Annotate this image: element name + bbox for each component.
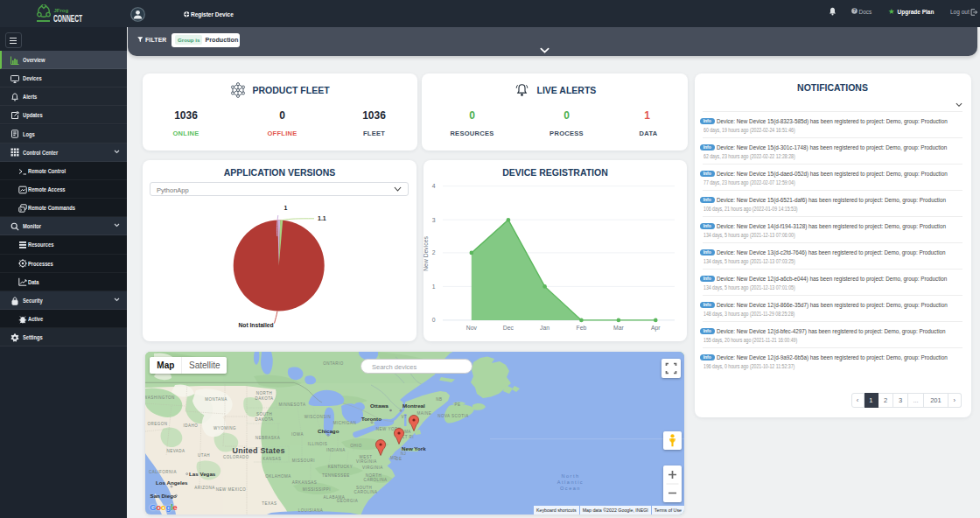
svg-text:Ottawa: Ottawa: [370, 402, 388, 409]
svg-text:Atlantic: Atlantic: [557, 480, 584, 485]
svg-text:CAROLINA: CAROLINA: [354, 490, 377, 494]
svg-text:Nov: Nov: [466, 325, 478, 331]
svg-text:MA: MA: [404, 430, 411, 434]
svg-text:4: 4: [432, 183, 436, 189]
svg-text:NOVA SCOTIA: NOVA SCOTIA: [438, 414, 469, 418]
svg-text:KANSAS: KANSAS: [262, 457, 281, 461]
svg-text:TENNESSEE: TENNESSEE: [322, 473, 350, 478]
svg-text:MONTANA: MONTANA: [205, 397, 228, 402]
svg-text:Los Angeles: Los Angeles: [156, 480, 188, 486]
svg-text:DAKOTA: DAKOTA: [255, 417, 273, 422]
svg-text:WISCONSIN: WISCONSIN: [304, 415, 332, 419]
svg-text:NJ: NJ: [401, 452, 407, 456]
svg-text:ARKANSAS: ARKANSAS: [292, 480, 318, 485]
svg-text:San Diego: San Diego: [150, 493, 177, 499]
svg-text:OREGON: OREGON: [147, 422, 167, 426]
svg-text:OKLAHOMA: OKLAHOMA: [265, 474, 291, 479]
svg-text:3: 3: [432, 217, 436, 223]
svg-text:WASHINGTON: WASHINGTON: [145, 396, 175, 400]
svg-text:DE: DE: [396, 457, 402, 461]
svg-text:NORTH: NORTH: [256, 391, 272, 396]
svg-text:NEVADA: NEVADA: [166, 449, 185, 453]
svg-text:UTAH: UTAH: [198, 453, 210, 458]
svg-text:New York: New York: [402, 445, 426, 452]
svg-text:NB: NB: [436, 397, 442, 402]
svg-text:Toronto: Toronto: [361, 416, 382, 422]
svg-text:INDIANA: INDIANA: [326, 448, 346, 452]
svg-text:GEORGIA: GEORGIA: [337, 499, 359, 503]
svg-text:MISSISSIPPI: MISSISSIPPI: [303, 487, 331, 492]
svg-text:1.1: 1.1: [318, 215, 326, 221]
svg-text:Chicago: Chicago: [318, 428, 340, 434]
svg-text:NEW MEXICO: NEW MEXICO: [216, 487, 247, 492]
svg-text:Not Installed: Not Installed: [239, 322, 274, 328]
svg-text:Jan: Jan: [540, 325, 550, 331]
svg-text:OHIO: OHIO: [350, 444, 362, 448]
svg-text:ARIZONA: ARIZONA: [194, 486, 215, 490]
svg-text:IOWA: IOWA: [291, 432, 304, 437]
svg-text:TEXAS: TEXAS: [262, 501, 276, 506]
svg-text:VIRGINIA: VIRGINIA: [356, 459, 377, 464]
svg-text:CALIFORNIA: CALIFORNIA: [149, 470, 177, 474]
svg-text:MAINE: MAINE: [417, 411, 432, 416]
svg-text:NEBRASKA: NEBRASKA: [256, 436, 281, 440]
svg-text:1: 1: [284, 205, 288, 211]
svg-text:MICHIGAN: MICHIGAN: [333, 421, 357, 425]
svg-text:VIRGINIA: VIRGINIA: [362, 466, 383, 470]
svg-text:Montreal: Montreal: [402, 402, 425, 409]
svg-text:North: North: [561, 473, 579, 479]
svg-text:MISSOURI: MISSOURI: [292, 458, 315, 463]
svg-text:Dec: Dec: [503, 325, 514, 331]
svg-text:2: 2: [432, 249, 436, 256]
svg-text:United States: United States: [233, 446, 285, 455]
svg-text:WYOMING: WYOMING: [214, 426, 236, 430]
svg-text:0: 0: [432, 317, 436, 323]
svg-text:Ocean: Ocean: [560, 486, 581, 491]
svg-text:MINNESOTA: MINNESOTA: [279, 402, 306, 407]
svg-text:Las Vegas: Las Vegas: [189, 471, 216, 477]
svg-text:?: ?: [852, 9, 855, 14]
svg-text:Apr: Apr: [651, 325, 661, 332]
svg-text:Feb: Feb: [577, 325, 587, 331]
svg-text:SOUTH: SOUTH: [256, 412, 272, 416]
svg-text:CAROLINA: CAROLINA: [363, 478, 387, 482]
svg-text:COLORADO: COLORADO: [223, 455, 249, 459]
svg-text:New Devices: New Devices: [424, 236, 429, 271]
svg-text:LOUISIANA: LOUISIANA: [298, 508, 324, 513]
svg-text:PE: PE: [454, 402, 460, 407]
svg-text:VT: VT: [402, 415, 408, 419]
svg-text:ILLINOIS: ILLINOIS: [308, 442, 328, 446]
svg-text:IDAHO: IDAHO: [184, 424, 199, 428]
svg-text:ONTARIO: ONTARIO: [323, 361, 344, 366]
svg-text:DAKOTA: DAKOTA: [255, 396, 273, 401]
svg-text:KENTUCKY: KENTUCKY: [328, 465, 354, 469]
svg-text:1: 1: [432, 284, 436, 290]
svg-text:Mar: Mar: [613, 325, 624, 331]
